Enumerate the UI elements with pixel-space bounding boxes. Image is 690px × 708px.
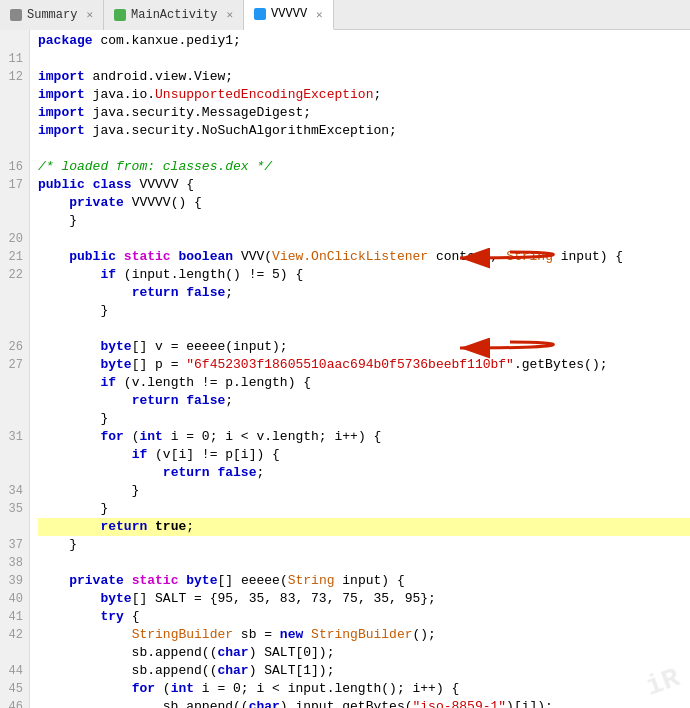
code-line: return false; [38,392,690,410]
code-line [38,554,690,572]
code-line: byte[] v = eeeee(input); [38,338,690,356]
tab-vvvvv-label: VVVVV [271,7,307,21]
code-line: if (v.length != p.length) { [38,374,690,392]
code-line: } [38,500,690,518]
code-line: import java.security.MessageDigest; [38,104,690,122]
code-line: } [38,536,690,554]
code-area: 11 12 16 17 20 21 22 26 27 31 34 35 [0,30,690,708]
tab-summary-label: Summary [27,8,77,22]
code-line: } [38,410,690,428]
code-line: byte[] SALT = {95, 35, 83, 73, 75, 35, 9… [38,590,690,608]
code-line: sb.append((char) SALT[0]); [38,644,690,662]
code-line-return-true: return true; [38,518,690,536]
code-line: for (int i = 0; i < v.length; i++) { [38,428,690,446]
code-line: import android.view.View; [38,68,690,86]
tab-bar: Summary ✕ MainActivity ✕ VVVVV ✕ [0,0,690,30]
code-line: sb.append((char) input.getBytes("iso-885… [38,698,690,708]
code-line: public static boolean VVV(View.OnClickLi… [38,248,690,266]
tab-mainactivity[interactable]: MainActivity ✕ [104,0,244,30]
code-line: private static byte[] eeeee(String input… [38,572,690,590]
code-line: public class VVVVV { [38,176,690,194]
mainactivity-icon [114,9,126,21]
code-wrapper: package com.kanxue.pediy1; import androi… [30,30,690,708]
code-line [38,50,690,68]
code-line [38,140,690,158]
tab-summary[interactable]: Summary ✕ [0,0,104,30]
code-line: if (v[i] != p[i]) { [38,446,690,464]
code-line: return false; [38,284,690,302]
code-content[interactable]: package com.kanxue.pediy1; import androi… [30,30,690,708]
code-line: sb.append((char) SALT[1]); [38,662,690,680]
code-line: } [38,212,690,230]
code-line: } [38,482,690,500]
code-line: package com.kanxue.pediy1; [38,32,690,50]
line-numbers: 11 12 16 17 20 21 22 26 27 31 34 35 [0,30,30,708]
code-line [38,230,690,248]
code-line: return false; [38,464,690,482]
code-line: private VVVVV() { [38,194,690,212]
code-line: for (int i = 0; i < input.length(); i++)… [38,680,690,698]
code-line: } [38,302,690,320]
tab-vvvvv[interactable]: VVVVV ✕ [244,0,334,30]
app-window: Summary ✕ MainActivity ✕ VVVVV ✕ 11 12 1… [0,0,690,708]
code-line: import java.io.UnsupportedEncodingExcept… [38,86,690,104]
vvvvv-icon [254,8,266,20]
code-line [38,320,690,338]
tab-summary-close[interactable]: ✕ [86,8,93,21]
code-line: try { [38,608,690,626]
tab-vvvvv-close[interactable]: ✕ [316,8,323,21]
tab-mainactivity-close[interactable]: ✕ [226,8,233,21]
code-line: byte[] p = "6f452303f18605510aac694b0f57… [38,356,690,374]
tab-mainactivity-label: MainActivity [131,8,217,22]
code-line: import java.security.NoSuchAlgorithmExce… [38,122,690,140]
code-line: StringBuilder sb = new StringBuilder(); [38,626,690,644]
code-line: /* loaded from: classes.dex */ [38,158,690,176]
summary-icon [10,9,22,21]
code-line: if (input.length() != 5) { [38,266,690,284]
